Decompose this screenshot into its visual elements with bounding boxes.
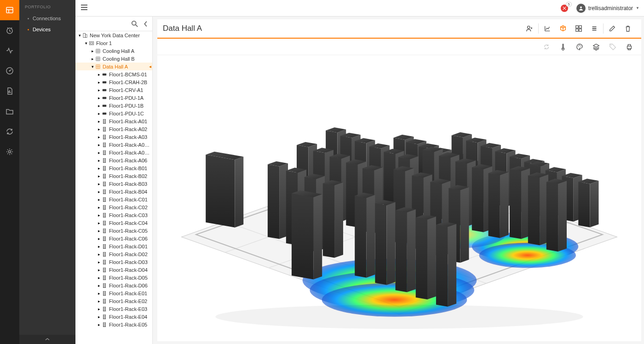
tree-node-label: Floor1-Rack-D01	[109, 244, 148, 249]
tree-node-label: Floor1-Rack-D04	[109, 267, 148, 273]
rack-icon	[101, 298, 108, 304]
tree-node[interactable]: ▸Floor1-Rack-E04	[75, 313, 152, 321]
tree-node[interactable]: ▸Floor1-Rack-A02	[75, 125, 152, 133]
tree-node-label: Floor1-Rack-B04	[109, 189, 147, 195]
device-tree[interactable]: ▾New York Data Center▾Floor 1▸Cooling Ha…	[75, 31, 152, 344]
tree-node[interactable]: ▸Floor1-Rack-D05	[75, 274, 152, 281]
tree-node[interactable]: ▸Floor1-CRAH-2B	[75, 78, 152, 86]
tree-node[interactable]: ▸Floor1-Rack-E03	[75, 305, 152, 313]
svg-marker-129	[500, 172, 509, 238]
sync-icon[interactable]	[0, 121, 19, 142]
tree-node-label: Floor1-Rack-C06	[109, 236, 148, 241]
tree-node[interactable]: ▸Floor1-Rack-A05-IBM	[75, 149, 152, 156]
tree-node[interactable]: ▸Floor1-Rack-A01	[75, 117, 152, 125]
tree-node[interactable]: ▸Floor1-CRV-A1	[75, 86, 152, 94]
view-toolbar	[157, 39, 641, 55]
caret-down-icon: ▼	[636, 6, 639, 10]
report-icon[interactable]	[0, 81, 19, 101]
tree-node[interactable]: ▸Floor1-Rack-E01	[75, 289, 152, 297]
tree-node[interactable]: ▸Floor1-Rack-A06	[75, 156, 152, 164]
user-menu[interactable]: trellisadministrator ▼	[576, 4, 639, 13]
collapse-panel-button[interactable]	[19, 335, 75, 344]
menu-button[interactable]	[80, 3, 88, 13]
tree-node-label: Floor1-PDU-1C	[109, 111, 144, 116]
rack-icon	[101, 306, 108, 312]
tree-node[interactable]: ▸Floor1-Rack-C06	[75, 235, 152, 242]
add-user-icon[interactable]	[522, 19, 537, 38]
tree-node[interactable]: ▸Floor1-BCMS-01	[75, 70, 152, 78]
thermometer-icon[interactable]	[556, 39, 570, 55]
portfolio-link-connections[interactable]: Connections	[19, 13, 75, 24]
portfolio-link-devices[interactable]: Devices	[19, 24, 75, 35]
search-button[interactable]	[131, 20, 138, 28]
tree-node[interactable]: ▸Floor1-Rack-C04	[75, 219, 152, 227]
tree-node-label: Floor1-Rack-B01	[109, 166, 147, 171]
tree-node[interactable]: ▸Floor1-PDU-1B	[75, 102, 152, 109]
tree-node[interactable]: ▸Floor1-Rack-D02	[75, 250, 152, 258]
tree-node[interactable]: ▸Floor1-Rack-D03	[75, 258, 152, 266]
tree-node[interactable]: ▸Floor1-Rack-A03	[75, 133, 152, 141]
tree-node[interactable]: ▸Floor1-PDU-1A	[75, 94, 152, 102]
tree-node[interactable]: ▸Floor1-Rack-C03	[75, 211, 152, 219]
tree-node[interactable]: ▸Floor1-Rack-B02	[75, 172, 152, 180]
tree-node-label: Floor1-Rack-E04	[109, 314, 147, 320]
svg-marker-177	[366, 195, 375, 278]
tree-node-label: Floor1-BCMS-01	[109, 72, 147, 77]
username-label: trellisadministrator	[588, 5, 633, 11]
chart-icon[interactable]	[540, 19, 555, 38]
tree-node-label: Floor1-Rack-B02	[109, 173, 147, 179]
3d-floor-view[interactable]	[157, 55, 641, 341]
list-icon[interactable]	[586, 19, 602, 38]
tree-node[interactable]: ▾New York Data Center	[75, 31, 152, 39]
tree-node[interactable]: ▾Data Hall A	[75, 63, 152, 70]
tree-node-label: Floor1-Rack-D03	[109, 259, 148, 265]
tree-node[interactable]: ▸Floor1-Rack-D01	[75, 242, 152, 250]
floor-icon	[88, 40, 95, 46]
grid-icon[interactable]	[571, 19, 586, 38]
hall-icon	[95, 48, 101, 54]
tree-node[interactable]: ▸Floor1-Rack-D04	[75, 266, 152, 274]
delete-icon[interactable]	[620, 19, 636, 38]
tree-node[interactable]: ▸Cooling Hall A	[75, 47, 152, 55]
tree-node[interactable]: ▸Floor1-PDU-1C	[75, 109, 152, 117]
tree-node[interactable]: ▸Floor1-Rack-E02	[75, 297, 152, 305]
tree-node[interactable]: ▸Cooling Hall B	[75, 55, 152, 63]
tree-node-label: Data Hall A	[103, 64, 128, 69]
svg-marker-174	[558, 181, 567, 252]
tree-node[interactable]: ▸Floor1-Rack-B01	[75, 164, 152, 172]
palette-icon[interactable]	[572, 39, 587, 55]
rack-icon	[101, 314, 108, 320]
layers-icon[interactable]	[589, 39, 604, 55]
tree-node[interactable]: ▸Floor1-Rack-C02	[75, 203, 152, 211]
print-icon[interactable]	[622, 39, 637, 55]
tree-node[interactable]: ▾Floor 1	[75, 39, 152, 47]
tree-node[interactable]: ▸Floor1-Rack-B04	[75, 188, 152, 195]
tree-node-label: Floor1-Rack-C03	[109, 212, 148, 218]
collapse-tree-button[interactable]	[142, 20, 150, 28]
tree-node[interactable]: ▸Floor1-Rack-D06	[75, 281, 152, 289]
cube-icon[interactable]	[555, 19, 571, 38]
alarm-icon[interactable]	[0, 20, 19, 40]
activity-icon[interactable]	[0, 40, 19, 61]
tree-node[interactable]: ▸Floor1-Rack-C05	[75, 227, 152, 235]
tree-node[interactable]: ▸Floor1-Rack-E05	[75, 321, 152, 328]
tree-node-label: Floor1-Rack-A04-HP	[109, 142, 150, 148]
svg-marker-165	[460, 187, 469, 263]
rack-icon	[101, 142, 108, 148]
tree-node[interactable]: ▸Floor1-Rack-B03	[75, 180, 152, 188]
rack-icon	[101, 322, 108, 327]
gauge-icon[interactable]	[0, 61, 19, 81]
settings-icon[interactable]	[0, 142, 19, 162]
tree-node[interactable]: ▸Floor1-Rack-C01	[75, 195, 152, 203]
tree-node-label: Floor1-Rack-A02	[109, 126, 147, 132]
device-icon	[101, 111, 108, 116]
svg-marker-191	[206, 155, 235, 227]
tree-node-label: Floor1-Rack-B03	[109, 181, 147, 187]
rack-icon	[101, 150, 108, 155]
dashboard-icon[interactable]	[0, 0, 19, 20]
edit-icon[interactable]	[604, 19, 620, 38]
tree-node-label: Floor1-CRV-A1	[109, 87, 143, 93]
tree-node[interactable]: ▸Floor1-Rack-A04-HP	[75, 141, 152, 149]
folder-icon[interactable]	[0, 101, 19, 121]
notifications-button[interactable]: 5	[561, 5, 568, 12]
